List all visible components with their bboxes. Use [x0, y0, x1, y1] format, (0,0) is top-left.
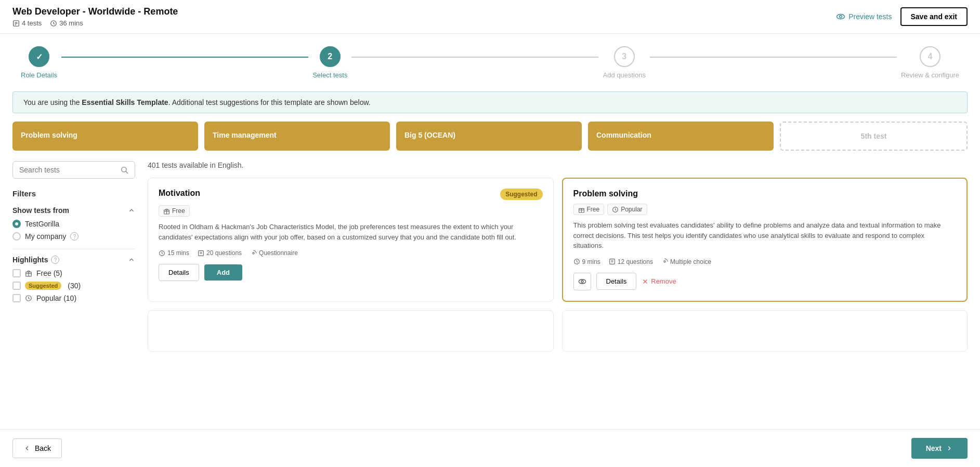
- card-motivation-badges: Free: [159, 205, 543, 217]
- popular-ps-icon: [612, 206, 619, 213]
- motivation-questions: 20 questions: [198, 249, 242, 257]
- duration-meta: 36 mins: [50, 19, 83, 27]
- save-exit-button[interactable]: Save and exit: [900, 7, 968, 26]
- add-button-motivation[interactable]: Add: [204, 264, 242, 281]
- highlights-options: Free (5) Suggested (30) Popular (10): [12, 269, 135, 302]
- tests-icon: [12, 20, 20, 27]
- chevron-up-highlights-icon: [128, 256, 135, 263]
- badge-free-motivation: Free: [159, 205, 190, 217]
- suggested-badge-motivation: Suggested: [500, 189, 542, 200]
- card-motivation-header: Motivation Suggested: [159, 189, 543, 200]
- step-4-circle: 4: [920, 46, 940, 67]
- step-3-circle: 3: [614, 46, 635, 67]
- card-partial-2: [562, 310, 968, 352]
- highlights-info-icon[interactable]: ?: [51, 256, 59, 264]
- radio-mycompany[interactable]: My company ?: [12, 232, 135, 241]
- svg-point-23: [664, 261, 665, 262]
- details-button-motivation[interactable]: Details: [159, 264, 199, 281]
- search-box[interactable]: [12, 161, 135, 179]
- test-slot-5[interactable]: 5th test: [780, 122, 968, 151]
- chevron-up-icon: [128, 207, 135, 214]
- connector-3-4: [650, 57, 897, 58]
- card-problem-solving: Problem solving Free Popular This proble…: [562, 178, 968, 302]
- ps-duration: 9 mins: [573, 258, 600, 265]
- eye-preview-icon: [836, 12, 845, 21]
- remove-button-ps[interactable]: Remove: [642, 277, 676, 285]
- header: Web Developer - Worldwide - Remote 4 tes…: [0, 0, 980, 34]
- svg-point-6: [840, 16, 842, 18]
- type-ps-icon: [661, 258, 668, 265]
- svg-point-25: [581, 281, 583, 283]
- clock-popular-icon: [25, 295, 32, 302]
- x-icon: [642, 278, 649, 285]
- search-input[interactable]: [19, 166, 116, 174]
- mycompany-info-icon[interactable]: ?: [70, 232, 79, 241]
- test-slot-3[interactable]: Big 5 (OCEAN): [396, 122, 582, 151]
- questions-ps-icon: [609, 258, 616, 265]
- step-1-circle: ✓: [29, 46, 49, 67]
- card-problem-solving-meta: 9 mins 12 questions Multiple choice: [573, 258, 957, 265]
- eye-icon: [578, 277, 586, 286]
- card-motivation-desc: Rooted in Oldham & Hackman's Job Charact…: [159, 222, 543, 242]
- clock-meta-icon: [159, 250, 165, 257]
- results: 401 tests available in English. Motivati…: [148, 161, 968, 352]
- motivation-type: Questionnaire: [250, 249, 298, 257]
- type-meta-icon: [250, 250, 257, 257]
- badge-free-ps: Free: [573, 204, 605, 215]
- checkbox-popular-box: [12, 294, 21, 302]
- radio-mycompany-label: My company: [25, 232, 66, 241]
- card-problem-solving-title: Problem solving: [573, 189, 638, 198]
- motivation-duration: 15 mins: [159, 249, 189, 257]
- highlights-header[interactable]: Highlights ?: [12, 256, 135, 264]
- radio-testgorilla-label: TestGorilla: [25, 220, 59, 228]
- card-partial-1: [148, 310, 554, 352]
- test-slot-2[interactable]: Time management: [204, 122, 390, 151]
- gift-ps-icon: [578, 206, 585, 213]
- test-slot-4[interactable]: Communication: [588, 122, 774, 151]
- card-problem-solving-header: Problem solving: [573, 189, 957, 198]
- clock-ps-icon: [573, 258, 580, 265]
- card-problem-solving-desc: This problem solving test evaluates cand…: [573, 220, 957, 251]
- step-2: 2 Select tests: [312, 46, 347, 79]
- card-motivation-actions: Details Add: [159, 264, 543, 281]
- step-1-label: Role Details: [21, 71, 57, 79]
- checkbox-free[interactable]: Free (5): [12, 269, 135, 277]
- step-4: 4 Review & configure: [901, 46, 959, 79]
- checkbox-free-label: Free (5): [36, 269, 62, 277]
- stepper: ✓ Role Details 2 Select tests 3 Add ques…: [0, 34, 980, 91]
- checkbox-popular[interactable]: Popular (10): [12, 294, 135, 302]
- page-title: Web Developer - Worldwide - Remote: [12, 6, 178, 17]
- card-motivation: Motivation Suggested Free Rooted in Oldh…: [148, 178, 554, 302]
- search-icon: [120, 166, 128, 174]
- radio-testgorilla[interactable]: TestGorilla: [12, 220, 135, 228]
- checkbox-free-box: [12, 269, 21, 277]
- highlights-title: Highlights: [12, 256, 48, 264]
- show-tests-from-options: TestGorilla My company ?: [12, 220, 135, 241]
- checkbox-suggested[interactable]: Suggested (30): [12, 282, 135, 290]
- test-slots: Problem solving Time management Big 5 (O…: [12, 122, 968, 151]
- step-2-circle: 2: [320, 46, 341, 67]
- card-problem-solving-actions: Details Remove: [573, 273, 957, 290]
- ps-questions: 12 questions: [609, 258, 653, 265]
- show-tests-from-header[interactable]: Show tests from: [12, 206, 135, 215]
- card-problem-solving-badges: Free Popular: [573, 204, 957, 215]
- details-button-ps[interactable]: Details: [596, 273, 637, 290]
- connector-2-3: [351, 57, 598, 58]
- header-left: Web Developer - Worldwide - Remote 4 tes…: [12, 6, 178, 27]
- gift-icon: [25, 270, 32, 277]
- eye-button-ps[interactable]: [573, 273, 591, 290]
- checkbox-popular-label: Popular (10): [36, 294, 76, 302]
- clock-icon: [50, 20, 57, 27]
- badge-popular-ps: Popular: [607, 204, 647, 215]
- card-motivation-meta: 15 mins 20 questions Questionnaire: [159, 249, 543, 257]
- svg-line-8: [126, 171, 128, 174]
- connector-1-2: [61, 57, 308, 58]
- questions-meta-icon: [198, 250, 204, 257]
- cards-grid: Motivation Suggested Free Rooted in Oldh…: [148, 178, 968, 302]
- ps-type: Multiple choice: [661, 258, 711, 265]
- template-banner: You are using the Essential Skills Templ…: [12, 91, 968, 113]
- preview-tests-button[interactable]: Preview tests: [836, 12, 892, 21]
- header-right: Preview tests Save and exit: [836, 7, 968, 26]
- test-slot-1[interactable]: Problem solving: [12, 122, 198, 151]
- results-count: 401 tests available in English.: [148, 161, 968, 169]
